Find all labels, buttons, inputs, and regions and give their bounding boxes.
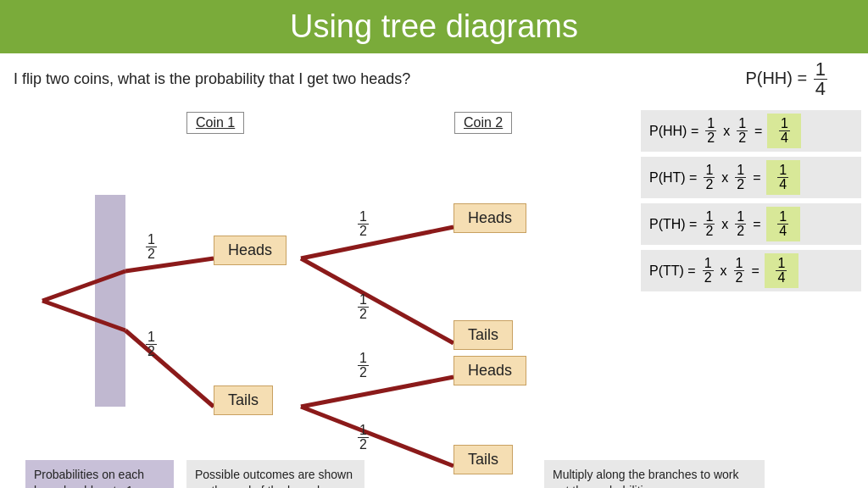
svg-line-7: [42, 301, 125, 330]
pth-f2: 12: [735, 210, 746, 238]
ptt-row-label: P(TT) =: [649, 263, 696, 279]
phh-result: 14: [767, 114, 801, 148]
ptt-row: P(TT) = 12 x 12 = 14: [641, 250, 861, 291]
coin2-tails1-box: Tails: [453, 320, 513, 350]
ptt-f2: 12: [734, 257, 745, 285]
svg-line-6: [42, 271, 125, 301]
ptt-f1: 12: [703, 257, 714, 285]
branch-frac-ht: 1 2: [356, 293, 370, 321]
coin1-heads-box: Heads: [214, 236, 287, 265]
branch-frac-tt: 1 2: [356, 424, 370, 452]
coin1-tails-box: Tails: [214, 385, 273, 415]
svg-line-4: [301, 377, 453, 407]
title-text: Using tree diagrams: [290, 8, 578, 44]
phh-formula: P(HH) = 1 4: [745, 60, 829, 98]
branch-frac-left-top: 1 2: [144, 233, 159, 261]
main-area: Coin 1 Coin 2 Heads Tails Heads Tails He…: [0, 102, 868, 488]
coin2-heads2-box: Heads: [453, 356, 526, 385]
phh-row-label: P(HH) =: [649, 124, 698, 139]
coin1-label: Coin 1: [186, 112, 244, 134]
phh-row: P(HH) = 12 x 12 = 14: [641, 110, 861, 152]
pth-row-label: P(TH) =: [649, 217, 697, 232]
annotation-box-1: Probabilities on each branch add up to 1: [25, 460, 174, 488]
svg-line-1: [125, 330, 214, 407]
title-bar: Using tree diagrams: [0, 0, 868, 53]
svg-line-3: [301, 258, 453, 343]
coin2-label: Coin 2: [454, 112, 512, 134]
phh-frac-den: 4: [814, 80, 827, 98]
subtitle-text: I flip two coins, what is the probabilit…: [14, 70, 410, 88]
pth-f1: 12: [704, 210, 715, 238]
phh-f1: 12: [705, 117, 716, 145]
svg-line-0: [125, 258, 214, 271]
trunk-box: [95, 195, 125, 407]
pth-result: 14: [766, 207, 800, 241]
phh-f2: 12: [737, 117, 748, 145]
ptt-result: 14: [765, 253, 798, 288]
pht-row: P(HT) = 12 x 12 = 14: [641, 157, 861, 198]
phh-frac-num: 1: [814, 60, 827, 80]
annotation-box-2: Possible outcomes are shown on the end o…: [186, 460, 364, 488]
pht-f2: 12: [735, 164, 746, 191]
pht-result: 14: [766, 160, 800, 195]
branch-frac-left-bot: 1 2: [144, 330, 159, 358]
annotation-box-3: Multiply along the branches to work out …: [544, 460, 765, 488]
svg-line-2: [301, 227, 453, 258]
tree-diagram-svg: [0, 102, 593, 488]
pht-row-label: P(HT) =: [649, 170, 697, 186]
pht-f1: 12: [704, 164, 715, 191]
probability-table: P(HH) = 12 x 12 = 14 P(HT) = 12 x 12 = 1…: [641, 110, 861, 291]
coin2-heads1-box: Heads: [453, 203, 526, 233]
coin2-tails2-box: Tails: [453, 445, 513, 474]
branch-frac-th: 1 2: [356, 352, 370, 380]
subtitle-row: I flip two coins, what is the probabilit…: [0, 53, 868, 102]
branch-frac-hh: 1 2: [356, 210, 370, 238]
phh-label: P(HH) =: [745, 69, 807, 87]
svg-line-5: [301, 407, 453, 466]
pth-row: P(TH) = 12 x 12 = 14: [641, 203, 861, 245]
phh-fraction: 1 4: [814, 60, 827, 98]
